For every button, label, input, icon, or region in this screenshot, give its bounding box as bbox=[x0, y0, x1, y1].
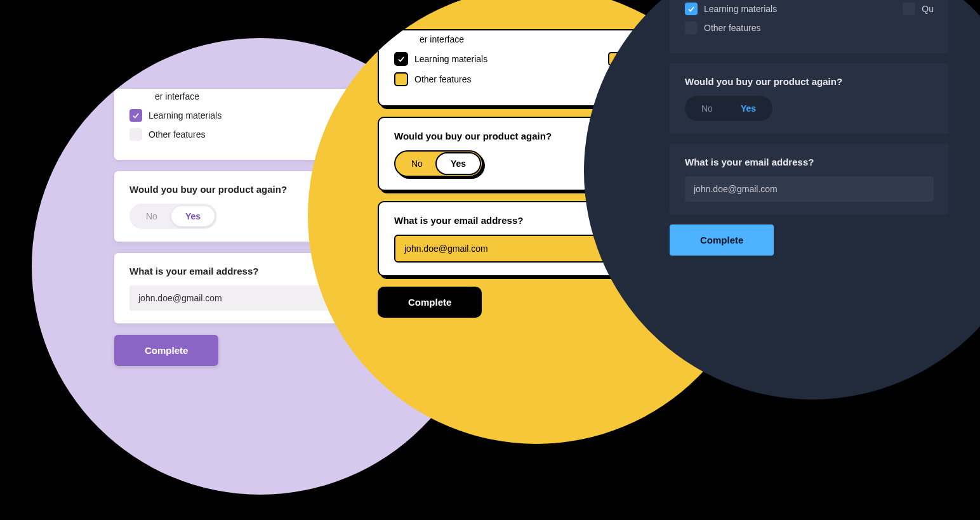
checkbox-other-features[interactable] bbox=[394, 72, 408, 86]
toggle-no[interactable]: No bbox=[687, 98, 727, 119]
toggle-buy-again[interactable]: No Yes bbox=[129, 204, 217, 229]
label-other-features: Other features bbox=[149, 129, 206, 140]
email-card: What is your email address? bbox=[670, 144, 949, 214]
label-other-features: Other features bbox=[414, 74, 472, 84]
checkbox-other-features[interactable] bbox=[129, 128, 142, 141]
label-learning-materials: Learning materials bbox=[704, 4, 777, 14]
label-interface-partial: er interface bbox=[420, 34, 464, 44]
toggle-yes[interactable]: Yes bbox=[727, 98, 770, 119]
question-email: What is your email address? bbox=[685, 157, 934, 167]
buy-again-card: Would you buy our product again? No Yes bbox=[670, 63, 949, 134]
checkbox-other-features[interactable] bbox=[685, 22, 698, 34]
complete-button[interactable]: Complete bbox=[114, 335, 218, 366]
label-learning-materials: Learning materials bbox=[149, 110, 222, 120]
label-qu-partial: Qu bbox=[922, 4, 934, 14]
email-input[interactable] bbox=[685, 176, 934, 202]
checkbox-learning-materials[interactable] bbox=[685, 3, 698, 15]
label-other-features: Other features bbox=[704, 23, 761, 33]
checkbox-learning-materials[interactable] bbox=[129, 109, 142, 122]
label-learning-materials: Learning materials bbox=[414, 54, 487, 64]
complete-button[interactable]: Complete bbox=[378, 287, 482, 318]
toggle-yes[interactable]: Yes bbox=[171, 206, 215, 226]
label-interface-partial: er interface bbox=[155, 91, 199, 101]
toggle-buy-again[interactable]: No Yes bbox=[394, 150, 483, 177]
toggle-no[interactable]: No bbox=[397, 153, 437, 174]
checkbox-card: er interface Learning materials Qu Other… bbox=[670, 0, 949, 53]
question-buy-again: Would you buy our product again? bbox=[685, 76, 934, 87]
complete-button[interactable]: Complete bbox=[670, 224, 774, 256]
toggle-yes[interactable]: Yes bbox=[435, 152, 481, 175]
checkbox-learning-materials[interactable] bbox=[394, 52, 408, 66]
toggle-buy-again[interactable]: No Yes bbox=[685, 96, 772, 121]
toggle-no[interactable]: No bbox=[132, 206, 171, 226]
checkbox-qu[interactable] bbox=[903, 3, 915, 15]
